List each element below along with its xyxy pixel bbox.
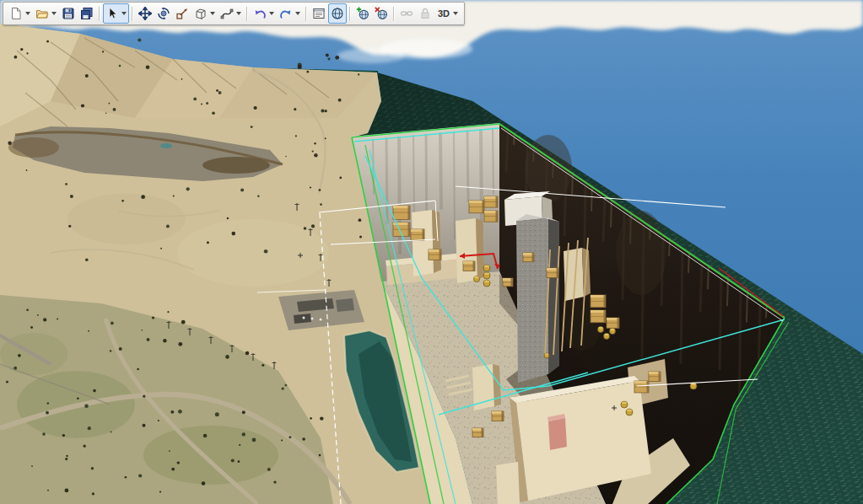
- save-all-button[interactable]: [78, 3, 96, 24]
- dropdown-arrow-icon: [51, 12, 57, 15]
- redo-button[interactable]: [277, 3, 303, 24]
- dropdown-arrow-icon: [236, 12, 241, 15]
- project-panel-button[interactable]: [310, 3, 328, 24]
- toolbar-separator: [393, 7, 395, 21]
- save-icon: [62, 7, 75, 20]
- move-tool-button[interactable]: [136, 3, 154, 24]
- new-file-icon: [9, 7, 23, 20]
- rotate-tool-button[interactable]: [154, 3, 173, 24]
- toolbar-separator: [132, 7, 133, 21]
- save-button[interactable]: [59, 3, 78, 24]
- open-folder-icon: [35, 7, 49, 20]
- dropdown-arrow-icon: [210, 12, 215, 15]
- bounds-tool-button[interactable]: [191, 3, 218, 24]
- viewport-3d-scene[interactable]: [0, 0, 863, 504]
- world-icon: [331, 7, 344, 20]
- lock-icon: [418, 7, 432, 20]
- application-window: 3D: [0, 0, 863, 504]
- world-add-icon: [356, 7, 369, 20]
- terrain: [0, 24, 430, 504]
- dropdown-arrow-icon: [121, 12, 127, 15]
- remove-from-world-button[interactable]: [372, 3, 391, 24]
- dropdown-arrow-icon: [269, 12, 274, 15]
- toolbar-separator: [246, 7, 248, 21]
- undo-icon: [253, 7, 267, 20]
- view-mode-label: 3D: [437, 7, 450, 20]
- link-button: [397, 3, 416, 24]
- world-view-button[interactable]: [328, 3, 347, 24]
- main-toolbar: 3D: [3, 2, 465, 25]
- view-mode-button[interactable]: 3D: [434, 3, 461, 24]
- dropdown-arrow-icon: [295, 12, 300, 15]
- toolbar-separator: [99, 7, 100, 21]
- select-tool-button[interactable]: [103, 3, 129, 24]
- pointer-icon: [105, 7, 119, 20]
- link-icon: [400, 7, 413, 20]
- spline-tool-button[interactable]: [218, 3, 244, 24]
- redo-icon: [279, 7, 293, 20]
- add-to-world-button[interactable]: [353, 3, 372, 24]
- save-all-icon: [80, 7, 94, 20]
- concrete-pillar: [516, 214, 559, 383]
- world-remove-icon: [375, 7, 388, 20]
- scale-icon: [175, 7, 189, 20]
- scale-tool-button[interactable]: [173, 3, 191, 24]
- panel-icon: [312, 7, 326, 20]
- toolbar-separator: [349, 7, 351, 21]
- open-file-button[interactable]: [33, 3, 59, 24]
- spline-icon: [220, 7, 234, 20]
- lock-button: [416, 3, 434, 24]
- move-icon: [138, 7, 152, 20]
- rotate-icon: [157, 7, 170, 20]
- undo-button[interactable]: [251, 3, 277, 24]
- pink-wall: [548, 418, 567, 450]
- bounds-box-icon: [194, 7, 208, 20]
- toolbar-separator: [305, 7, 307, 21]
- dropdown-arrow-icon: [25, 12, 30, 15]
- dropdown-arrow-icon: [453, 12, 458, 15]
- new-file-button[interactable]: [7, 3, 33, 24]
